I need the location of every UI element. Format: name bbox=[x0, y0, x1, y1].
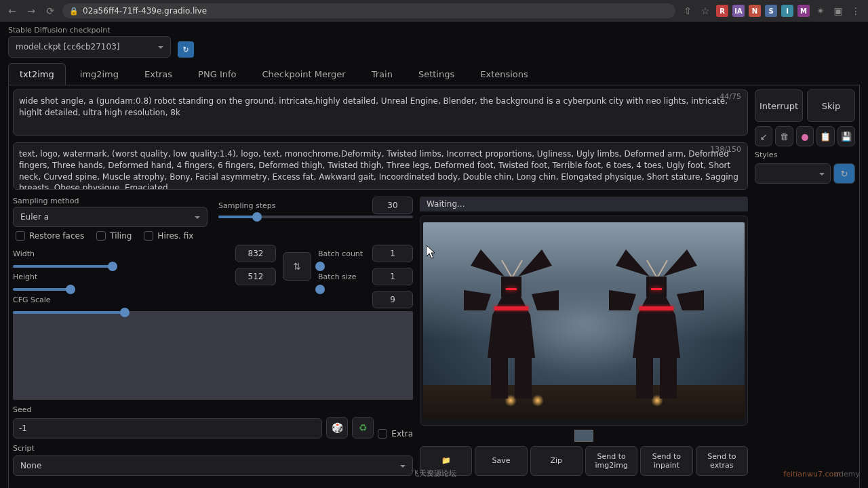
tab-extensions[interactable]: Extensions bbox=[469, 63, 540, 85]
ext-icon-5[interactable]: I bbox=[781, 5, 793, 17]
height-label: Height bbox=[13, 272, 37, 281]
menu-icon[interactable]: ⋮ bbox=[849, 4, 863, 18]
ext-icon-2[interactable]: IA bbox=[732, 5, 745, 17]
sampling-steps-slider[interactable] bbox=[218, 216, 413, 218]
styles-label: Styles bbox=[755, 150, 855, 159]
tab-settings[interactable]: Settings bbox=[407, 63, 466, 85]
watermark-left: 飞天资源论坛 bbox=[412, 468, 456, 479]
sampling-method-label: Sampling method bbox=[13, 197, 208, 205]
tab-extras[interactable]: Extras bbox=[133, 63, 184, 85]
skip-button[interactable]: Skip bbox=[807, 89, 855, 122]
ext-icon-6[interactable]: M bbox=[797, 5, 810, 17]
seed-random-button[interactable]: 🎲 bbox=[326, 417, 348, 439]
interrupt-button[interactable]: Interrupt bbox=[755, 89, 803, 122]
sampling-steps-label: Sampling steps bbox=[218, 201, 276, 210]
send-inpaint-button[interactable]: Send to inpaint bbox=[640, 446, 692, 476]
neg-token-counter: 138/150 bbox=[710, 145, 741, 154]
styles-dropdown[interactable] bbox=[755, 163, 831, 184]
prompt-positive[interactable] bbox=[13, 89, 748, 136]
batch-count-label: Batch count bbox=[318, 249, 363, 258]
prompt-negative[interactable] bbox=[13, 142, 748, 190]
tab-txt2img[interactable]: txt2img bbox=[8, 63, 66, 85]
extensions-icon[interactable]: ✴ bbox=[814, 4, 827, 18]
zip-button[interactable]: Zip bbox=[530, 446, 583, 476]
browser-chrome: ← → ⟳ 🔒 02a56ff4-71ff-439e.gradio.live ⇧… bbox=[0, 0, 868, 22]
sampling-method-select[interactable]: Euler a bbox=[13, 207, 208, 227]
url-text: 02a56ff4-71ff-439e.gradio.live bbox=[83, 6, 207, 16]
send-img2img-button[interactable]: Send to img2img bbox=[585, 446, 637, 476]
clear-prompt-button[interactable]: 🗑 bbox=[775, 126, 793, 146]
seed-label: Seed bbox=[13, 405, 413, 414]
url-bar[interactable]: 🔒 02a56ff4-71ff-439e.gradio.live bbox=[62, 3, 675, 18]
bookmark-icon[interactable]: ☆ bbox=[698, 4, 712, 18]
script-select[interactable]: None bbox=[13, 455, 413, 476]
ext-icon-1[interactable]: R bbox=[716, 5, 728, 17]
tab-train[interactable]: Train bbox=[360, 63, 404, 85]
show-extra-button[interactable]: ● bbox=[796, 126, 814, 146]
swap-dimensions-button[interactable]: ⇅ bbox=[283, 252, 311, 281]
tab-merger[interactable]: Checkpoint Merger bbox=[250, 63, 357, 85]
batch-size-input[interactable] bbox=[372, 268, 413, 285]
output-status: Waiting... bbox=[420, 197, 748, 211]
hires-fix-checkbox[interactable]: Hires. fix bbox=[144, 231, 193, 241]
reload-button[interactable]: ⟳ bbox=[43, 4, 57, 18]
sampling-steps-input[interactable] bbox=[372, 197, 413, 214]
cfg-input[interactable] bbox=[372, 291, 413, 308]
save-style-button[interactable]: 💾 bbox=[837, 126, 855, 146]
batch-count-input[interactable] bbox=[372, 245, 413, 262]
cfg-slider[interactable] bbox=[13, 311, 413, 400]
width-label: Width bbox=[13, 249, 35, 258]
script-label: Script bbox=[13, 444, 413, 453]
save-button[interactable]: Save bbox=[475, 446, 527, 476]
ext-icon-3[interactable]: N bbox=[749, 5, 761, 17]
width-input[interactable] bbox=[235, 245, 276, 262]
watermark-far: udemy bbox=[834, 470, 860, 479]
height-input[interactable] bbox=[235, 268, 276, 285]
generated-image bbox=[423, 222, 745, 419]
read-prompt-button[interactable]: ↙ bbox=[755, 126, 772, 146]
send-extras-button[interactable]: Send to extras bbox=[696, 446, 748, 476]
checkpoint-label: Stable Diffusion checkpoint bbox=[8, 26, 171, 35]
main-tabs: txt2img img2img Extras PNG Info Checkpoi… bbox=[8, 63, 860, 85]
seed-input[interactable] bbox=[13, 418, 322, 439]
restore-faces-checkbox[interactable]: Restore faces bbox=[16, 231, 84, 241]
forward-button[interactable]: → bbox=[24, 4, 38, 18]
tiling-checkbox[interactable]: Tiling bbox=[96, 231, 132, 241]
thumbnail[interactable] bbox=[574, 430, 593, 442]
share-icon[interactable]: ⇧ bbox=[681, 4, 694, 18]
lock-icon: 🔒 bbox=[69, 7, 79, 16]
panel-icon[interactable]: ▣ bbox=[831, 4, 845, 18]
cfg-label: CFG Scale bbox=[13, 296, 51, 304]
tab-img2img[interactable]: img2img bbox=[68, 63, 130, 85]
refresh-styles-button[interactable]: ↻ bbox=[833, 163, 855, 184]
refresh-checkpoint-button[interactable]: ↻ bbox=[178, 41, 194, 58]
ext-icon-4[interactable]: S bbox=[765, 5, 777, 17]
seed-recycle-button[interactable]: ♻ bbox=[352, 417, 374, 439]
output-image[interactable]: ✕ bbox=[420, 216, 748, 426]
seed-extra-checkbox[interactable]: Extra bbox=[378, 429, 413, 439]
pos-token-counter: 44/75 bbox=[719, 92, 741, 101]
apply-style-button[interactable]: 📋 bbox=[816, 126, 834, 146]
back-button[interactable]: ← bbox=[5, 4, 19, 18]
watermark-right: feitianwu7.com bbox=[783, 470, 841, 479]
checkpoint-dropdown[interactable]: model.ckpt [cc6cb27103] bbox=[8, 36, 171, 58]
tab-pnginfo[interactable]: PNG Info bbox=[186, 63, 248, 85]
batch-size-label: Batch size bbox=[318, 272, 356, 281]
